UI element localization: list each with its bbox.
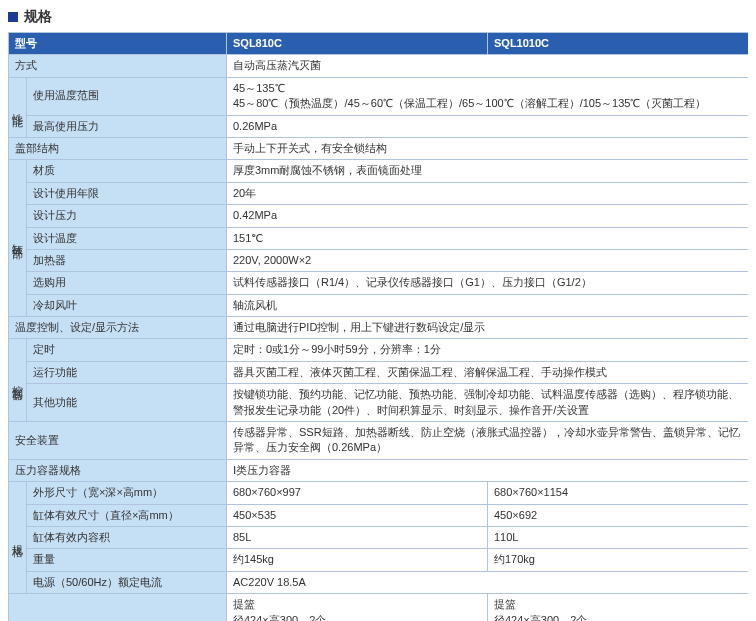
header-model: 型号 <box>9 33 227 55</box>
title-area: 规格 <box>8 8 748 26</box>
row-value: 45～135℃ 45～80℃（预热温度）/45～60℃（保温工程）/65～100… <box>227 77 749 115</box>
table-row: 设计压力 0.42MPa <box>9 205 749 227</box>
table-row: 附属品 提篮径424×高300，2个 提篮径424×高300，2个 <box>9 594 749 621</box>
row-value: 151℃ <box>227 227 749 249</box>
table-row: 运行功能 器具灭菌工程、液体灭菌工程、灭菌保温工程、溶解保温工程、手动操作模式 <box>9 361 749 383</box>
row-value: 自动高压蒸汽灭菌 <box>227 55 749 77</box>
table-row: 最高使用压力 0.26MPa <box>9 115 749 137</box>
row-value: 提篮径424×高300，2个 <box>488 594 749 621</box>
row-label: 定时 <box>27 339 227 361</box>
row-value: 器具灭菌工程、液体灭菌工程、灭菌保温工程、溶解保温工程、手动操作模式 <box>227 361 749 383</box>
table-row: 性能 使用温度范围 45～135℃ 45～80℃（预热温度）/45～60℃（保温… <box>9 77 749 115</box>
row-label: 外形尺寸（宽×深×高mm） <box>27 482 227 504</box>
table-row: 其他功能 按键锁功能、预约功能、记忆功能、预热功能、强制冷却功能、试料温度传感器… <box>9 384 749 422</box>
header-c1: SQL810C <box>227 33 488 55</box>
table-row: 控制器 定时 定时：0或1分～99小时59分，分辨率：1分 <box>9 339 749 361</box>
row-label: 压力容器规格 <box>9 459 227 481</box>
group-label: 控制器 <box>9 339 27 422</box>
row-label: 最高使用压力 <box>27 115 227 137</box>
row-value: 20年 <box>227 182 749 204</box>
table-row: 设计温度 151℃ <box>9 227 749 249</box>
row-value: 680×760×997 <box>227 482 488 504</box>
table-row: 盖部结构 手动上下开关式，有安全锁结构 <box>9 137 749 159</box>
group-label: 规格 <box>9 482 27 594</box>
row-label: 缸体有效内容积 <box>27 526 227 548</box>
table-row: 温度控制、设定/显示方法 通过电脑进行PID控制，用上下键进行数码设定/显示 <box>9 317 749 339</box>
table-row: 设计使用年限 20年 <box>9 182 749 204</box>
row-value: 450×535 <box>227 504 488 526</box>
group-label: 性能 <box>9 77 27 137</box>
group-label: 缸体部 <box>9 160 27 317</box>
row-value: 试料传感器接口（R1/4）、记录仪传感器接口（G1）、压力接口（G1/2） <box>227 272 749 294</box>
row-value: 手动上下开关式，有安全锁结构 <box>227 137 749 159</box>
row-value: 按键锁功能、预约功能、记忆功能、预热功能、强制冷却功能、试料温度传感器（选购）、… <box>227 384 749 422</box>
row-value: 110L <box>488 526 749 548</box>
row-value: 提篮径424×高300，2个 <box>227 594 488 621</box>
table-row: 缸体有效尺寸（直径×高mm） 450×535 450×692 <box>9 504 749 526</box>
row-label: 运行功能 <box>27 361 227 383</box>
table-row: 选购用 试料传感器接口（R1/4）、记录仪传感器接口（G1）、压力接口（G1/2… <box>9 272 749 294</box>
table-row: 压力容器规格 Ⅰ类压力容器 <box>9 459 749 481</box>
table-row: 缸体部 材质 厚度3mm耐腐蚀不锈钢，表面镜面处理 <box>9 160 749 182</box>
table-row: 加热器 220V, 2000W×2 <box>9 249 749 271</box>
table-row: 规格 外形尺寸（宽×深×高mm） 680×760×997 680×760×115… <box>9 482 749 504</box>
row-label: 设计温度 <box>27 227 227 249</box>
row-label: 选购用 <box>27 272 227 294</box>
row-label: 附属品 <box>9 594 227 621</box>
row-value: 轴流风机 <box>227 294 749 316</box>
row-value: 0.42MPa <box>227 205 749 227</box>
row-value: 约170kg <box>488 549 749 571</box>
spec-table: 型号 SQL810C SQL1010C 方式 自动高压蒸汽灭菌 性能 使用温度范… <box>8 32 748 621</box>
row-label: 缸体有效尺寸（直径×高mm） <box>27 504 227 526</box>
row-label: 设计使用年限 <box>27 182 227 204</box>
row-label: 温度控制、设定/显示方法 <box>9 317 227 339</box>
row-label: 重量 <box>27 549 227 571</box>
row-label: 材质 <box>27 160 227 182</box>
row-label: 其他功能 <box>27 384 227 422</box>
row-value: Ⅰ类压力容器 <box>227 459 749 481</box>
row-value: 220V, 2000W×2 <box>227 249 749 271</box>
row-label: 使用温度范围 <box>27 77 227 115</box>
row-label: 冷却风叶 <box>27 294 227 316</box>
blue-square-icon <box>8 12 18 22</box>
table-row: 电源（50/60Hz）额定电流 AC220V 18.5A <box>9 571 749 593</box>
row-label: 方式 <box>9 55 227 77</box>
row-value: 85L <box>227 526 488 548</box>
row-value: AC220V 18.5A <box>227 571 749 593</box>
row-label: 盖部结构 <box>9 137 227 159</box>
row-value: 传感器异常、SSR短路、加热器断线、防止空烧（液胀式温控器），冷却水壶异常警告、… <box>227 422 749 460</box>
page-title: 规格 <box>24 8 52 26</box>
row-label: 电源（50/60Hz）额定电流 <box>27 571 227 593</box>
row-label: 安全装置 <box>9 422 227 460</box>
row-label: 设计压力 <box>27 205 227 227</box>
row-value: 通过电脑进行PID控制，用上下键进行数码设定/显示 <box>227 317 749 339</box>
table-row: 冷却风叶 轴流风机 <box>9 294 749 316</box>
table-header-row: 型号 SQL810C SQL1010C <box>9 33 749 55</box>
row-value: 450×692 <box>488 504 749 526</box>
row-label: 加热器 <box>27 249 227 271</box>
table-row: 方式 自动高压蒸汽灭菌 <box>9 55 749 77</box>
table-row: 缸体有效内容积 85L 110L <box>9 526 749 548</box>
header-c2: SQL1010C <box>488 33 749 55</box>
row-value: 680×760×1154 <box>488 482 749 504</box>
row-value: 约145kg <box>227 549 488 571</box>
row-value: 定时：0或1分～99小时59分，分辨率：1分 <box>227 339 749 361</box>
row-value: 0.26MPa <box>227 115 749 137</box>
table-row: 重量 约145kg 约170kg <box>9 549 749 571</box>
row-value: 厚度3mm耐腐蚀不锈钢，表面镜面处理 <box>227 160 749 182</box>
table-row: 安全装置 传感器异常、SSR短路、加热器断线、防止空烧（液胀式温控器），冷却水壶… <box>9 422 749 460</box>
